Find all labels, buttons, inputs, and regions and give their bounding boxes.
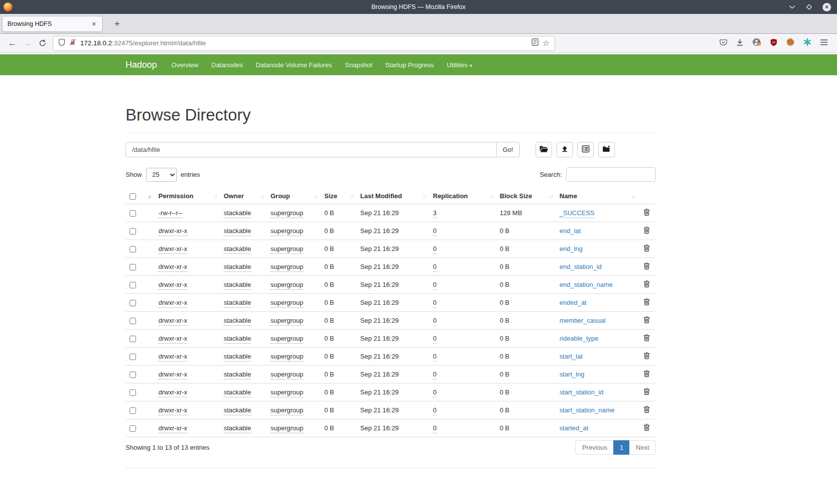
replication-value[interactable]: 3 xyxy=(433,209,436,218)
url-bar[interactable]: 172.18.0.2:32475/explorer.html#/data/hfi… xyxy=(53,36,555,51)
delete-icon[interactable] xyxy=(644,298,650,307)
owner-value[interactable]: stackable xyxy=(224,245,251,254)
owner-value[interactable]: stackable xyxy=(224,227,251,236)
column-header-name[interactable]: Name↓↑ xyxy=(556,188,638,204)
replication-value[interactable]: 0 xyxy=(433,245,436,254)
permission-value[interactable]: drwxr-xr-x xyxy=(158,406,187,415)
column-header-size[interactable]: Size↓↑ xyxy=(320,188,356,204)
replication-value[interactable]: 0 xyxy=(433,424,436,433)
permission-value[interactable]: drwxr-xr-x xyxy=(158,263,187,272)
permission-value[interactable]: drwxr-xr-x xyxy=(158,245,187,254)
asterisk-extension-icon[interactable] xyxy=(803,38,812,48)
file-link[interactable]: member_casual xyxy=(559,317,606,324)
delete-icon[interactable] xyxy=(644,227,650,235)
delete-icon[interactable] xyxy=(644,245,650,253)
shield-icon[interactable] xyxy=(58,38,65,48)
owner-value[interactable]: stackable xyxy=(224,317,251,326)
paste-to-directory-button[interactable] xyxy=(598,142,615,157)
sort-icon[interactable]: ↓↑ xyxy=(260,193,264,199)
sort-icon[interactable]: ↓↑ xyxy=(631,193,635,199)
file-link[interactable]: end_station_name xyxy=(559,281,613,288)
delete-icon[interactable] xyxy=(644,352,650,361)
downloads-icon[interactable] xyxy=(736,38,744,48)
column-header-replication[interactable]: Replication↓↑ xyxy=(429,188,496,204)
row-checkbox[interactable] xyxy=(130,264,136,270)
list-view-button[interactable] xyxy=(577,142,594,157)
column-header-group[interactable]: Group↓↑ xyxy=(267,188,320,204)
file-link[interactable]: rideable_type xyxy=(559,335,598,342)
owner-value[interactable]: stackable xyxy=(224,299,251,308)
previous-button[interactable]: Previous xyxy=(575,440,614,455)
file-link[interactable]: started_at xyxy=(559,424,588,432)
row-checkbox[interactable] xyxy=(130,336,136,342)
nav-item-snapshot[interactable]: Snapshot xyxy=(338,61,379,69)
file-link[interactable]: end_lat xyxy=(559,227,581,235)
maximize-icon[interactable] xyxy=(806,3,813,10)
row-checkbox[interactable] xyxy=(130,354,136,360)
permission-value[interactable]: drwxr-xr-x xyxy=(158,424,187,433)
close-window-icon[interactable]: × xyxy=(823,3,831,11)
sort-icon[interactable]: ↓↑ xyxy=(350,193,353,199)
group-value[interactable]: supergroup xyxy=(271,371,303,379)
permission-value[interactable]: drwxr-xr-x xyxy=(158,388,187,397)
group-value[interactable]: supergroup xyxy=(271,406,303,415)
delete-icon[interactable] xyxy=(644,334,650,343)
group-value[interactable]: supergroup xyxy=(271,263,303,272)
next-button[interactable]: Next xyxy=(629,440,656,455)
minimize-icon[interactable] xyxy=(789,5,796,9)
page-1-button[interactable]: 1 xyxy=(613,440,630,455)
owner-value[interactable]: stackable xyxy=(224,353,251,362)
group-value[interactable]: supergroup xyxy=(271,299,303,308)
row-checkbox[interactable] xyxy=(130,318,136,324)
nav-item-datanodes[interactable]: Datanodes xyxy=(205,61,249,69)
search-input[interactable] xyxy=(566,167,656,182)
ublock-origin-icon[interactable]: UO xyxy=(770,38,778,48)
sort-icon[interactable]: ↓↑ xyxy=(148,193,151,199)
owner-value[interactable]: stackable xyxy=(224,388,251,397)
replication-value[interactable]: 0 xyxy=(433,299,436,308)
delete-icon[interactable] xyxy=(644,316,650,325)
back-button[interactable]: ← xyxy=(5,38,20,48)
replication-value[interactable]: 0 xyxy=(433,335,436,344)
select-all-checkbox[interactable] xyxy=(130,193,136,200)
replication-value[interactable]: 0 xyxy=(433,281,436,290)
row-checkbox[interactable] xyxy=(130,246,136,252)
tab-browsing-hdfs[interactable]: Browsing HDFS × xyxy=(2,16,103,32)
replication-value[interactable]: 0 xyxy=(433,263,436,272)
pagination-page-1[interactable]: 1 xyxy=(614,440,630,455)
file-link[interactable]: start_station_id xyxy=(559,388,603,396)
permission-value[interactable]: drwxr-xr-x xyxy=(158,317,187,326)
nav-item-datanode-volume-failures[interactable]: Datanode Volume Failures xyxy=(249,61,338,69)
cookie-extension-icon[interactable] xyxy=(786,38,795,48)
owner-value[interactable]: stackable xyxy=(224,263,251,272)
nav-item-overview[interactable]: Overview xyxy=(165,61,205,69)
owner-value[interactable]: stackable xyxy=(224,406,251,415)
file-link[interactable]: ended_at xyxy=(559,299,586,306)
group-value[interactable]: supergroup xyxy=(271,388,303,397)
create-directory-button[interactable] xyxy=(536,142,552,157)
permission-value[interactable]: drwxr-xr-x xyxy=(158,281,187,290)
owner-value[interactable]: stackable xyxy=(224,371,251,379)
file-link[interactable]: end_station_id xyxy=(559,263,602,270)
delete-icon[interactable] xyxy=(644,262,650,271)
insecure-lock-icon[interactable] xyxy=(69,38,76,48)
replication-value[interactable]: 0 xyxy=(433,388,436,397)
replication-value[interactable]: 0 xyxy=(433,371,436,379)
delete-icon[interactable] xyxy=(644,370,650,378)
row-checkbox[interactable] xyxy=(130,372,136,378)
delete-icon[interactable] xyxy=(644,406,650,414)
column-header-block-size[interactable]: Block Size↓↑ xyxy=(496,188,556,204)
group-value[interactable]: supergroup xyxy=(271,353,303,362)
row-checkbox[interactable] xyxy=(130,282,136,288)
nav-item-utilities-dropdown[interactable]: Utilities▾ xyxy=(440,61,479,69)
menu-icon[interactable] xyxy=(820,39,828,48)
pocket-icon[interactable] xyxy=(719,38,727,48)
delete-icon[interactable] xyxy=(644,209,650,217)
group-value[interactable]: supergroup xyxy=(271,317,303,326)
privacy-extension-icon[interactable] xyxy=(752,38,761,48)
row-checkbox[interactable] xyxy=(130,300,136,306)
column-header-owner[interactable]: Owner↓↑ xyxy=(220,188,267,204)
upload-files-button[interactable] xyxy=(557,142,573,157)
go-button[interactable]: Go! xyxy=(496,142,520,157)
permission-value[interactable]: drwxr-xr-x xyxy=(158,335,187,344)
